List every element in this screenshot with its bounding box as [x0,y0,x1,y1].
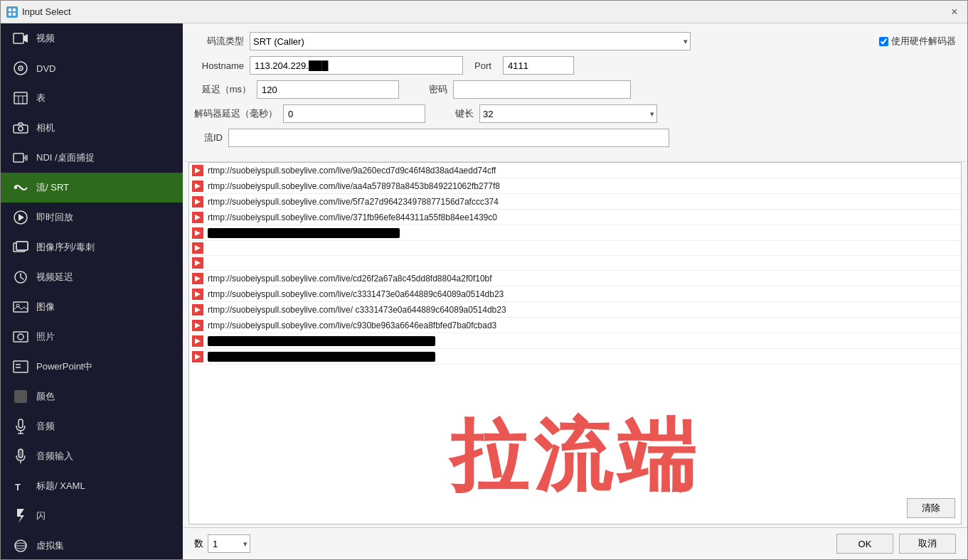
count-select[interactable]: 1 2 3 4 [208,534,250,553]
decoder-delay-input[interactable] [283,104,425,123]
form-row-latency: 延迟（ms） 密码 [194,80,956,99]
list-item[interactable]: rtmp://suobeiyspull.sobeylive.com/live/5… [189,194,961,210]
sidebar-label-powerpoint: PowerPoint中 [36,360,92,373]
key-length-label: 键长 [445,107,474,120]
sidebar-label-virtual: 虚拟集 [36,539,64,552]
password-input[interactable] [453,80,631,99]
stream-item-text: rtmp://suobeiyspull.sobeylive.com/live/9… [208,166,496,176]
list-item[interactable]: rtmp://suobeiyspull.sobeylive.com/live/c… [189,286,961,302]
sidebar-item-stream[interactable]: 流/ SRT [1,173,183,203]
decoder-delay-label: 解码器延迟（毫秒） [194,107,277,120]
clear-button[interactable]: 清除 [907,498,955,518]
svg-marker-50 [195,230,201,236]
svg-rect-32 [18,419,23,428]
list-item[interactable] [189,349,961,365]
svg-point-8 [20,68,21,69]
sidebar-label-dvd: DVD [36,63,55,74]
svg-marker-47 [195,183,201,189]
svg-text:T: T [15,482,21,492]
stream-type-select[interactable]: SRT (Caller) [250,32,691,50]
dvd-icon [12,60,29,77]
stream-item-icon [192,227,203,239]
stream-item-icon [192,320,203,331]
flash-icon [12,507,29,524]
sidebar-item-table[interactable]: 表 [1,83,183,113]
list-item[interactable]: rtmp://suobeiyspull.sobeylive.com/live/ … [189,302,961,318]
sidebar-item-photo[interactable]: 照片 [1,322,183,352]
svg-marker-54 [195,291,201,297]
video-icon [12,30,29,47]
latency-label: 延迟（ms） [194,83,251,96]
svg-marker-53 [195,276,201,281]
table-icon [12,90,29,107]
svg-rect-3 [13,13,16,16]
stream-list-wrapper: rtmp://suobeiyspull.sobeylive.com/live/9… [188,162,962,524]
sidebar-item-title[interactable]: T 标题/ XAML [1,471,183,501]
ok-button[interactable]: OK [836,534,893,554]
port-input[interactable] [503,56,574,75]
sidebar-label-title: 标题/ XAML [36,480,85,492]
list-item[interactable]: rtmp://suobeiyspull.sobeylive.com/live/c… [189,318,961,333]
sidebar-item-image[interactable]: 图像 [1,292,183,322]
stream-item-text: rtmp://suobeiyspull.sobeylive.com/live/c… [208,289,504,299]
close-button[interactable]: × [947,5,962,19]
sidebar-label-video-delay: 视频延迟 [36,271,73,284]
stream-item-redacted [208,352,435,362]
list-item[interactable] [189,241,961,256]
sidebar-item-virtual[interactable]: 虚拟集 [1,531,183,559]
form-area: 码流类型 SRT (Caller) 使用硬件解码器 Hostname [183,23,967,162]
sidebar-label-video: 视频 [36,32,55,45]
list-item[interactable]: rtmp://suobeiyspull.sobeylive.com/live/3… [189,210,961,225]
main-panel: 码流类型 SRT (Caller) 使用硬件解码器 Hostname [183,23,967,559]
stream-id-input[interactable] [228,129,669,147]
bottom-bar-left: 数 1 2 3 4 [194,534,250,553]
svg-marker-56 [195,323,201,328]
sidebar-item-video-delay[interactable]: 视频延迟 [1,262,183,292]
sidebar-item-image-seq[interactable]: 图像序列/毒刺 [1,232,183,262]
svg-point-14 [18,126,23,131]
sidebar-item-flash[interactable]: 闪 [1,501,183,531]
title-bar-left: Input Select [6,6,71,18]
sidebar-item-powerpoint[interactable]: PowerPoint中 [1,352,183,382]
svg-rect-15 [14,154,23,162]
svg-rect-35 [18,449,23,458]
sidebar-label-image-seq: 图像序列/毒刺 [36,241,95,254]
sidebar-item-audio[interactable]: 音频 [1,411,183,441]
cancel-button[interactable]: 取消 [899,534,956,554]
list-item[interactable]: rtmp://suobeiyspull.sobeylive.com/live/9… [189,163,961,178]
stream-list: rtmp://suobeiyspull.sobeylive.com/live/9… [189,163,961,524]
key-length-select[interactable]: 32 16 24 [479,104,657,123]
svg-rect-4 [14,33,23,43]
stream-id-label: 流ID [194,131,223,144]
stream-item-icon [192,304,203,316]
list-item[interactable] [189,333,961,349]
sidebar-item-replay[interactable]: 即时回放 [1,203,183,232]
color-icon [12,388,29,405]
list-item[interactable] [189,256,961,271]
image-seq-icon [12,239,29,256]
svg-marker-46 [195,168,201,173]
svg-marker-58 [195,354,201,360]
sidebar-item-ndi[interactable]: NDI /桌面捕捉 [1,143,183,173]
list-item[interactable]: rtmp://suobeiyspull.sobeylive.com/live/a… [189,178,961,194]
sidebar-label-image: 图像 [36,301,55,313]
list-item[interactable]: rtmp://suobeiyspull.sobeylive.com/live/c… [189,271,961,286]
stream-type-label: 码流类型 [194,35,244,48]
svg-marker-49 [195,215,201,220]
sidebar-item-color[interactable]: 颜色 [1,382,183,411]
sidebar-item-video[interactable]: 视频 [1,23,183,53]
sidebar-label-ndi: NDI /桌面捕捉 [36,151,95,164]
title-bar: Input Select × [1,1,967,23]
sidebar-item-audio-input[interactable]: 音频输入 [1,441,183,471]
hardware-decoder-checkbox-label[interactable]: 使用硬件解码器 [879,35,956,48]
list-item[interactable] [189,225,961,241]
sidebar-item-dvd[interactable]: DVD [1,53,183,83]
sidebar-label-camera: 相机 [36,122,55,134]
hardware-decoder-checkbox[interactable] [879,37,888,46]
form-row-stream-type: 码流类型 SRT (Caller) 使用硬件解码器 [194,32,956,50]
sidebar-item-camera[interactable]: 相机 [1,113,183,143]
hostname-input[interactable] [250,56,463,75]
stream-item-redacted [208,228,400,238]
latency-input[interactable] [257,80,399,99]
replay-icon [12,209,29,226]
